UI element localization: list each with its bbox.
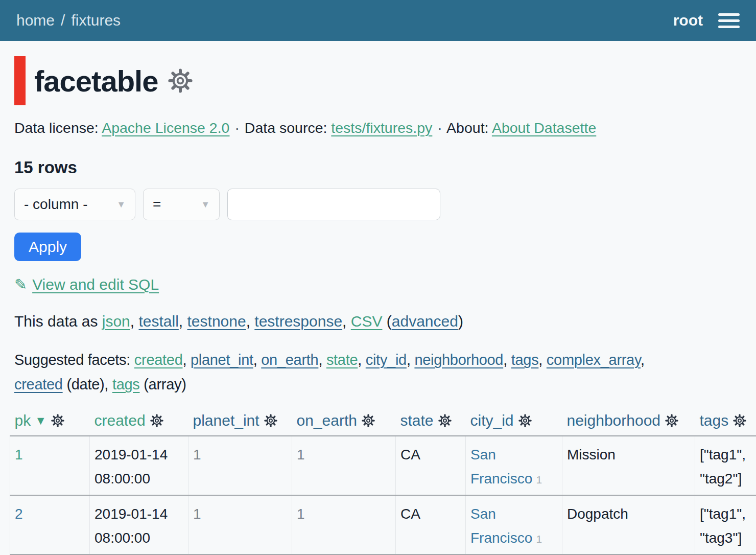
facet-link-planet-int[interactable]: planet_int — [191, 352, 253, 368]
separator: , — [407, 352, 415, 368]
column-gear-icon[interactable] — [264, 414, 277, 427]
export-link-advanced[interactable]: advanced — [392, 313, 458, 330]
sort-descending-icon: ▼ — [35, 414, 46, 427]
separator: , — [182, 352, 191, 368]
cell-pk: 2 — [10, 495, 90, 554]
export-link-csv[interactable]: CSV — [351, 313, 383, 330]
source-link[interactable]: tests/fixtures.py — [331, 120, 432, 136]
city-link[interactable]: San Francisco — [470, 506, 532, 546]
export-links-row: This data as json, testall, testnone, te… — [14, 313, 756, 330]
comma: , — [130, 313, 139, 330]
comma: , — [342, 313, 351, 330]
pencil-icon: ✎ — [14, 275, 27, 293]
column-header-state: state — [396, 409, 466, 436]
filter-operator-select[interactable]: = ▼ — [143, 189, 220, 220]
separator: , — [641, 352, 645, 368]
separator: , — [358, 352, 366, 368]
facet-link-state[interactable]: state — [326, 352, 358, 368]
column-header-city-id-link[interactable]: city_id — [470, 412, 514, 429]
breadcrumb: home / fixtures — [16, 12, 121, 29]
row-pk-link[interactable]: 1 — [15, 447, 23, 462]
separator-dot: · — [233, 120, 241, 136]
cell-city-id: San Francisco1 — [466, 436, 562, 495]
filter-column-value: - column - — [24, 196, 87, 213]
cell-tags: ["tag1", "tag3"] — [695, 495, 756, 554]
export-link-testresponse[interactable]: testresponse — [254, 313, 342, 330]
view-edit-sql-row: ✎ View and edit SQL — [14, 275, 756, 293]
title-row: facetable — [14, 56, 756, 105]
facets-prefix: Suggested facets: — [14, 352, 130, 368]
table-row: 1 2019-01-14 08:00:00 1 1 CA San Francis… — [10, 436, 756, 495]
facet-link-created[interactable]: created — [134, 352, 183, 368]
nav-right: root — [673, 11, 740, 30]
facet-link-tags[interactable]: tags — [511, 352, 539, 368]
export-link-testnone[interactable]: testnone — [187, 313, 246, 330]
facet-link-created-date[interactable]: created — [14, 376, 63, 392]
paren-close: ) — [458, 313, 463, 330]
cell-planet-int: 1 — [188, 436, 292, 495]
separator: , — [503, 352, 511, 368]
city-id-value: 1 — [536, 533, 542, 545]
facet-link-neighborhood[interactable]: neighborhood — [414, 352, 503, 368]
user-menu[interactable]: root — [673, 12, 703, 29]
column-gear-icon[interactable] — [362, 414, 375, 427]
table-row: 2 2019-01-14 08:00:00 1 1 CA San Francis… — [10, 495, 756, 554]
city-id-value: 1 — [536, 474, 542, 485]
column-header-neighborhood: neighborhood — [562, 409, 695, 436]
cell-created: 2019-01-14 08:00:00 — [90, 436, 188, 495]
metadata-line: Data license: Apache License 2.0 · Data … — [14, 120, 756, 136]
column-gear-icon[interactable] — [733, 414, 746, 427]
paren-open: ( — [387, 313, 392, 330]
facet-link-on-earth[interactable]: on_earth — [261, 352, 318, 368]
data-table: pk▼ created planet_int on_earth state — [10, 409, 756, 555]
table-header-row: pk▼ created planet_int on_earth state — [10, 409, 756, 436]
column-gear-icon[interactable] — [438, 414, 452, 427]
about-link[interactable]: About Datasette — [492, 120, 596, 136]
facet-link-tags-array[interactable]: tags — [112, 376, 140, 392]
column-header-on-earth: on_earth — [292, 409, 396, 436]
column-gear-icon[interactable] — [665, 414, 678, 427]
apply-button[interactable]: Apply — [14, 233, 81, 261]
export-prefix: This data as — [14, 313, 98, 330]
chevron-down-icon: ▼ — [116, 199, 126, 210]
row-pk-link[interactable]: 2 — [15, 506, 23, 522]
suggested-facets: Suggested facets: created, planet_int, o… — [14, 348, 756, 397]
column-gear-icon[interactable] — [150, 414, 163, 427]
cell-neighborhood: Mission — [562, 436, 695, 495]
filter-operator-value: = — [153, 196, 161, 213]
title-accent-bar — [14, 56, 26, 105]
column-header-on-earth-link[interactable]: on_earth — [297, 412, 357, 429]
filter-value-input[interactable] — [227, 189, 440, 220]
column-header-pk-link[interactable]: pk — [15, 412, 31, 429]
separator: , — [253, 352, 262, 368]
export-link-testall[interactable]: testall — [138, 313, 178, 330]
row-count-heading: 15 rows — [14, 158, 756, 177]
facet-link-complex-array[interactable]: complex_array — [547, 352, 641, 368]
cell-neighborhood: Dogpatch — [562, 495, 695, 554]
column-gear-icon[interactable] — [51, 414, 64, 427]
export-link-json[interactable]: json — [102, 313, 130, 330]
facet-link-city-id[interactable]: city_id — [366, 352, 407, 368]
license-link[interactable]: Apache License 2.0 — [102, 120, 229, 136]
column-header-created-link[interactable]: created — [94, 412, 146, 429]
column-header-tags-link[interactable]: tags — [700, 412, 729, 429]
separator: (array) — [140, 376, 186, 392]
separator-dot: · — [436, 120, 443, 136]
column-header-pk: pk▼ — [10, 409, 90, 436]
breadcrumb-separator: / — [61, 12, 65, 29]
table-settings-gear-icon[interactable] — [168, 68, 193, 93]
column-header-neighborhood-link[interactable]: neighborhood — [567, 412, 661, 429]
breadcrumb-fixtures-link[interactable]: fixtures — [71, 12, 121, 29]
breadcrumb-home-link[interactable]: home — [16, 12, 55, 29]
cell-on-earth: 1 — [292, 436, 396, 495]
hamburger-menu-icon[interactable] — [718, 11, 740, 30]
top-nav: home / fixtures root — [0, 0, 756, 41]
separator: , — [538, 352, 547, 368]
view-edit-sql-link[interactable]: View and edit SQL — [32, 276, 159, 293]
column-gear-icon[interactable] — [518, 414, 532, 427]
city-link[interactable]: San Francisco — [470, 447, 532, 487]
separator: , — [318, 352, 326, 368]
column-header-state-link[interactable]: state — [400, 412, 434, 429]
column-header-planet-int-link[interactable]: planet_int — [193, 412, 259, 429]
filter-column-select[interactable]: - column - ▼ — [14, 189, 135, 220]
